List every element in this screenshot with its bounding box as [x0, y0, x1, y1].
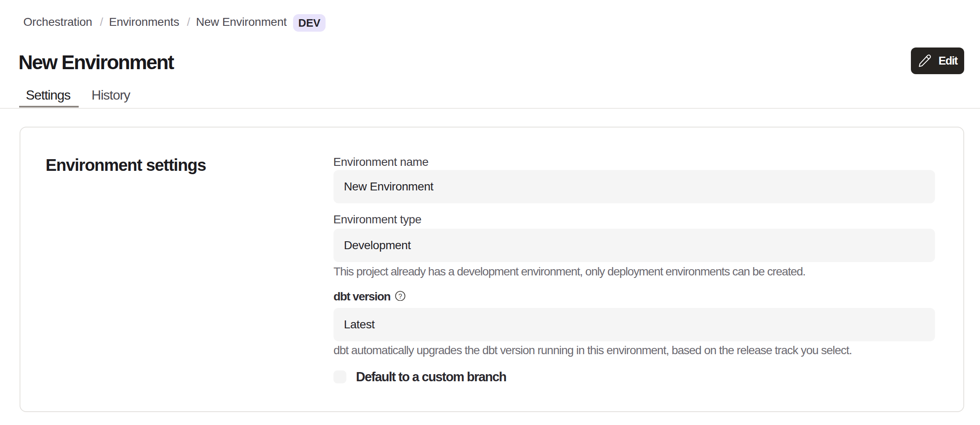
svg-text:?: ? [398, 292, 402, 300]
